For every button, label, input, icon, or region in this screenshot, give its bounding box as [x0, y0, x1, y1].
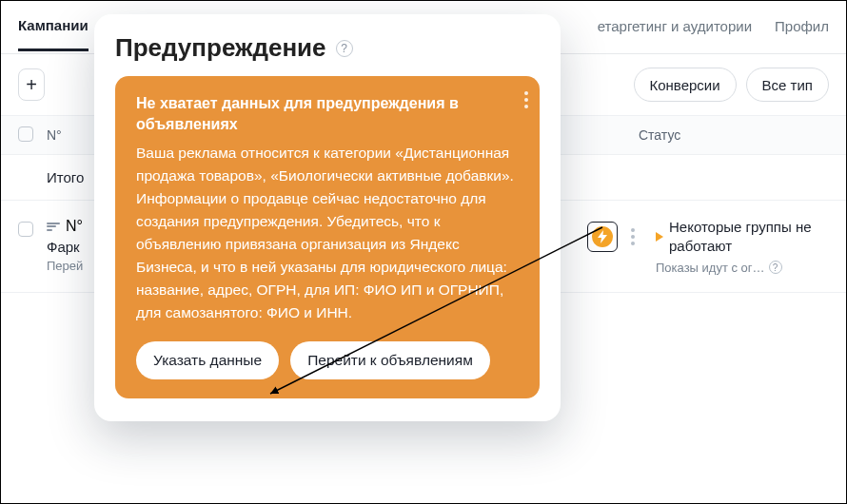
sort-icon	[47, 220, 60, 233]
column-header-status[interactable]: Статус	[639, 127, 829, 143]
bolt-icon	[592, 226, 613, 247]
row-number: N°	[66, 218, 83, 235]
help-icon[interactable]: ?	[769, 261, 782, 274]
select-all-checkbox[interactable]	[18, 126, 33, 142]
help-icon[interactable]: ?	[336, 40, 353, 57]
warning-card: Не хватает данных для предупреждения в о…	[115, 76, 540, 398]
tab-campaigns[interactable]: Кампании	[18, 17, 89, 51]
specify-data-button[interactable]: Указать данные	[136, 341, 279, 379]
warning-body: Ваша реклама относится к категории «Дист…	[136, 142, 519, 324]
warning-modal: Предупреждение ? Не хватает данных для п…	[94, 14, 561, 421]
warning-badge[interactable]	[587, 222, 618, 252]
go-to-ads-button[interactable]: Перейти к объявлениям	[290, 341, 490, 379]
all-types-button[interactable]: Все тип	[746, 68, 829, 102]
modal-title: Предупреждение	[115, 33, 326, 63]
warning-heading: Не хватает данных для предупреждения в о…	[136, 93, 498, 136]
conversions-button[interactable]: Конверсии	[634, 68, 737, 102]
row-menu-button[interactable]	[627, 224, 639, 249]
add-button[interactable]: +	[18, 68, 45, 101]
row-checkbox[interactable]	[18, 222, 33, 237]
tab-profile[interactable]: Профил	[775, 18, 829, 49]
row-status: Некоторые группы не работают	[669, 218, 829, 257]
play-icon	[656, 232, 663, 242]
totals-label: Итого	[47, 169, 84, 185]
row-status-sub: Показы идут с ог…	[656, 261, 765, 275]
tab-retargeting[interactable]: етаргетинг и аудитории	[598, 18, 752, 49]
card-menu-button[interactable]	[524, 91, 528, 108]
